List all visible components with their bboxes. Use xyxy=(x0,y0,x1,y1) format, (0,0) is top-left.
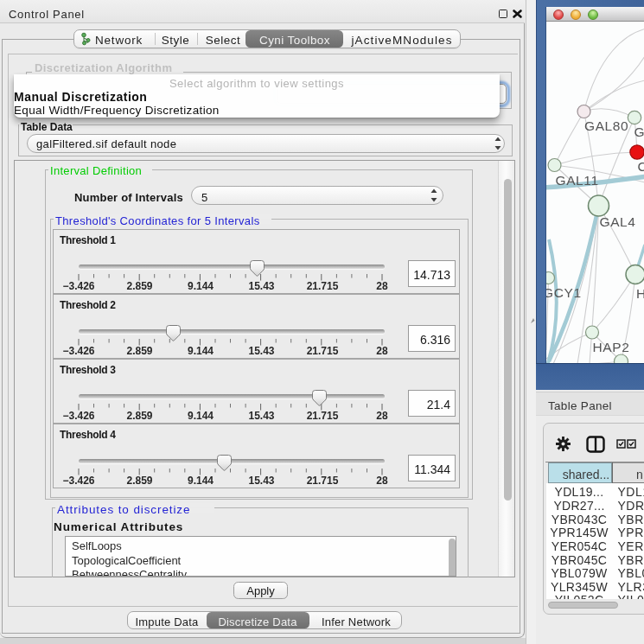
svg-text:GA: GA xyxy=(634,124,644,139)
svg-text:GAL4: GAL4 xyxy=(599,214,635,229)
svg-text:GAL80: GAL80 xyxy=(584,118,628,133)
svg-text:C: C xyxy=(637,159,644,174)
svg-text:HAP2: HAP2 xyxy=(592,340,629,354)
svg-text:GCY1: GCY1 xyxy=(546,285,582,300)
svg-text:H: H xyxy=(636,286,644,301)
svg-text:GAL11: GAL11 xyxy=(555,173,598,188)
